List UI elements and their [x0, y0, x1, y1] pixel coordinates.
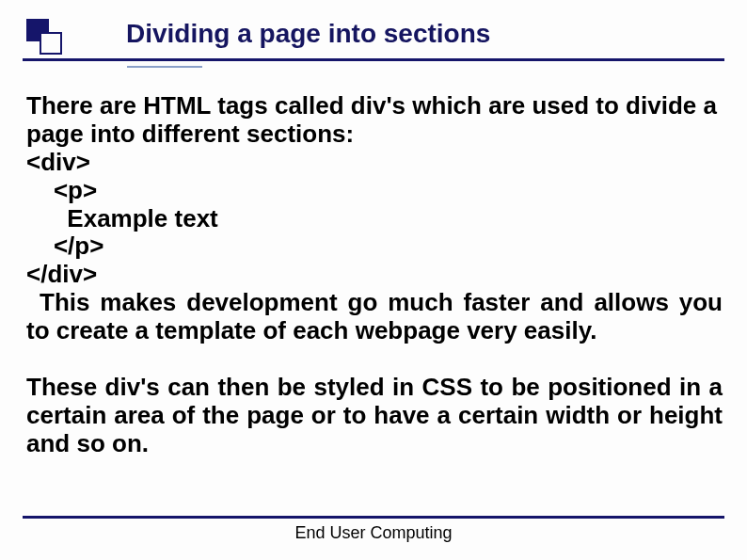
intro-text: There are HTML tags called div's which a… — [26, 92, 723, 149]
code-line: </p> — [26, 232, 103, 260]
second-paragraph: These div's can then be styled in CSS to… — [26, 374, 723, 458]
footer-text: End User Computing — [0, 523, 747, 543]
slide: Dividing a page into sections There are … — [0, 0, 747, 560]
code-line: Example text — [26, 204, 218, 232]
code-example: <div> <p> Example text </p> </div> — [26, 149, 723, 289]
slide-body: There are HTML tags called div's which a… — [26, 92, 723, 458]
code-line: <div> — [26, 148, 90, 176]
bottom-divider — [23, 516, 724, 519]
code-line: </div> — [26, 260, 97, 288]
slide-title: Dividing a page into sections — [126, 19, 490, 49]
title-accent-line — [127, 66, 202, 68]
title-divider — [23, 58, 724, 61]
square-outline-icon — [40, 32, 62, 55]
after-code-text: This makes development go much faster an… — [26, 289, 723, 345]
code-line: <p> — [26, 176, 97, 204]
